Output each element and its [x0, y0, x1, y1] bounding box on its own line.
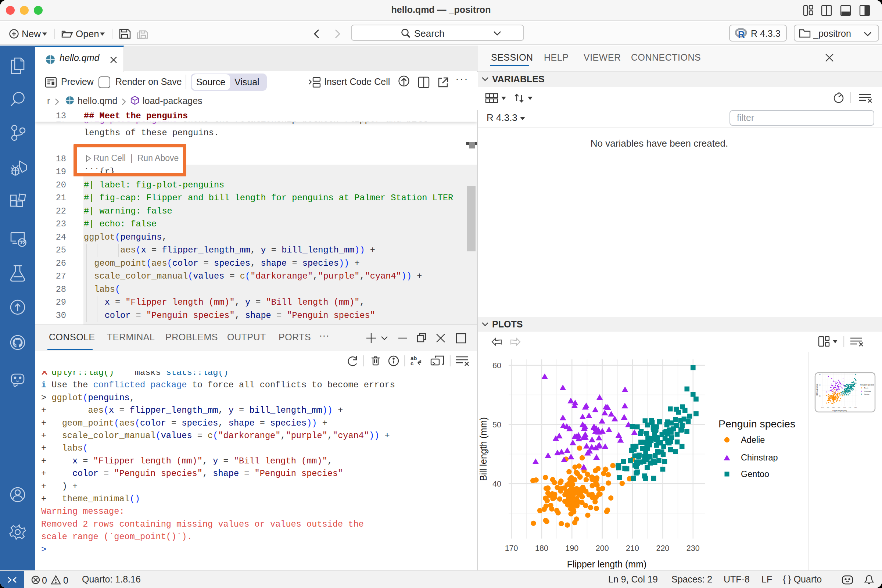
svg-text:0: 0: [63, 575, 68, 585]
svg-text:R: R: [738, 29, 745, 39]
svg-text:Open: Open: [76, 28, 99, 39]
svg-text:c: c: [411, 360, 413, 366]
svg-text:New: New: [22, 28, 41, 39]
svg-text:0: 0: [42, 575, 47, 585]
